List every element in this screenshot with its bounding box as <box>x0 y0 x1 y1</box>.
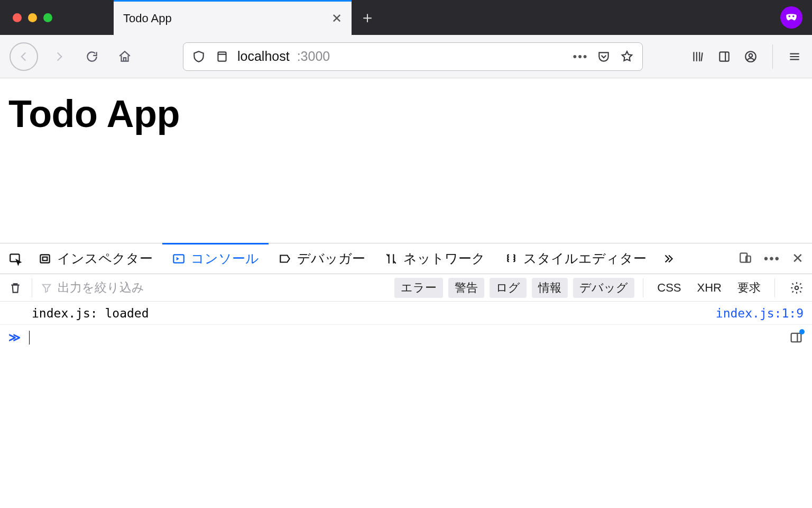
filter-chip-info[interactable]: 情報 <box>532 278 568 298</box>
address-bar[interactable]: localhost:3000 ••• <box>183 42 643 71</box>
console-filter-input[interactable]: 出力を絞り込み <box>41 279 389 296</box>
filter-chip-error[interactable]: エラー <box>394 278 443 298</box>
mask-icon <box>785 11 798 24</box>
devtools-panel: インスペクター コンソール デバッガー ネットワーク スタイルエディター •••… <box>0 243 812 508</box>
forward-button[interactable] <box>48 45 71 68</box>
home-button[interactable] <box>113 45 136 68</box>
filter-toggle-css[interactable]: CSS <box>652 279 686 297</box>
devtools-tab-label: コンソール <box>191 250 259 267</box>
toolbar-right-group <box>690 44 802 69</box>
devtools-tab-label: スタイルエディター <box>523 250 647 267</box>
sidebar-icon[interactable] <box>716 49 732 65</box>
window-zoom-button[interactable] <box>43 13 52 22</box>
page-actions-icon[interactable]: ••• <box>573 49 588 65</box>
responsive-design-icon[interactable] <box>739 251 752 267</box>
devtools-meatball-icon[interactable]: ••• <box>764 251 780 266</box>
console-log-row: index.js: loaded index.js:1:9 <box>0 302 812 325</box>
devtools-picker-button[interactable] <box>4 243 29 274</box>
filter-toggle-requests[interactable]: 要求 <box>732 278 766 298</box>
toolbar-divider <box>774 278 775 297</box>
back-button[interactable] <box>10 42 38 71</box>
console-input-row[interactable]: ≫ <box>0 325 812 350</box>
filter-icon <box>41 282 52 294</box>
url-host: localhost <box>237 49 290 64</box>
devtools-tab-style-editor[interactable]: スタイルエディター <box>495 243 656 274</box>
sidebar-toggle-icon[interactable] <box>789 330 804 345</box>
window-title-bar: Todo App ✕ ＋ <box>0 0 812 35</box>
devtools-tab-debugger[interactable]: デバッガー <box>269 243 375 274</box>
console-caret <box>29 331 30 344</box>
reload-button[interactable] <box>80 45 104 68</box>
filter-chip-warn[interactable]: 警告 <box>448 278 484 298</box>
notification-dot-icon <box>799 329 805 334</box>
svg-point-12 <box>795 286 799 289</box>
bookmark-star-icon[interactable] <box>619 49 635 65</box>
console-settings-icon[interactable] <box>789 280 805 296</box>
filter-chip-debug[interactable]: デバッグ <box>573 278 634 298</box>
svg-point-1 <box>792 15 794 17</box>
devtools-tab-label: インスペクター <box>57 250 153 267</box>
svg-rect-2 <box>218 52 226 61</box>
devtools-tabstrip: インスペクター コンソール デバッガー ネットワーク スタイルエディター •••… <box>0 243 812 274</box>
page-heading: Todo App <box>8 92 804 135</box>
web-page-content: Todo App <box>0 78 812 243</box>
svg-point-0 <box>788 15 790 17</box>
console-toolbar: 出力を絞り込み エラー 警告 ログ 情報 デバッグ CSS XHR 要求 <box>0 274 812 302</box>
svg-point-5 <box>749 53 753 57</box>
pocket-icon[interactable] <box>596 49 612 65</box>
toolbar-divider <box>772 44 773 69</box>
new-tab-button[interactable]: ＋ <box>352 0 383 35</box>
traffic-lights <box>0 0 114 35</box>
profile-badge[interactable] <box>780 6 802 29</box>
tab-title: Todo App <box>123 12 172 25</box>
devtools-tabs-overflow[interactable] <box>656 243 680 274</box>
svg-rect-13 <box>791 333 801 342</box>
window-close-button[interactable] <box>13 13 22 22</box>
console-log-message: index.js: loaded <box>32 306 149 320</box>
page-info-icon[interactable] <box>214 49 230 65</box>
devtools-tab-label: デバッガー <box>297 250 365 267</box>
tab-close-icon[interactable]: ✕ <box>331 11 342 26</box>
console-log-source[interactable]: index.js:1:9 <box>716 306 804 320</box>
toolbar-divider <box>643 278 643 297</box>
filter-toggle-xhr[interactable]: XHR <box>692 279 727 297</box>
window-minimize-button[interactable] <box>28 13 37 22</box>
url-port: :3000 <box>297 49 330 64</box>
browser-tab-active[interactable]: Todo App ✕ <box>114 0 352 35</box>
shield-icon[interactable] <box>191 49 207 65</box>
devtools-close-icon[interactable]: ✕ <box>792 250 804 267</box>
library-icon[interactable] <box>690 49 706 65</box>
devtools-tab-console[interactable]: コンソール <box>162 243 269 274</box>
account-icon[interactable] <box>743 49 759 65</box>
console-prompt-icon: ≫ <box>8 331 21 344</box>
filter-chip-log[interactable]: ログ <box>490 278 527 298</box>
devtools-tab-network[interactable]: ネットワーク <box>375 243 495 274</box>
devtools-tab-label: ネットワーク <box>403 250 485 267</box>
clear-console-icon[interactable] <box>7 280 23 296</box>
svg-rect-7 <box>40 255 49 262</box>
devtools-tab-inspector[interactable]: インスペクター <box>29 243 162 274</box>
filter-placeholder: 出力を絞り込み <box>58 279 144 296</box>
svg-rect-8 <box>43 257 48 260</box>
svg-rect-3 <box>719 52 728 61</box>
toolbar-divider <box>32 278 32 297</box>
browser-toolbar: localhost:3000 ••• <box>0 35 812 78</box>
menu-icon[interactable] <box>787 49 802 65</box>
